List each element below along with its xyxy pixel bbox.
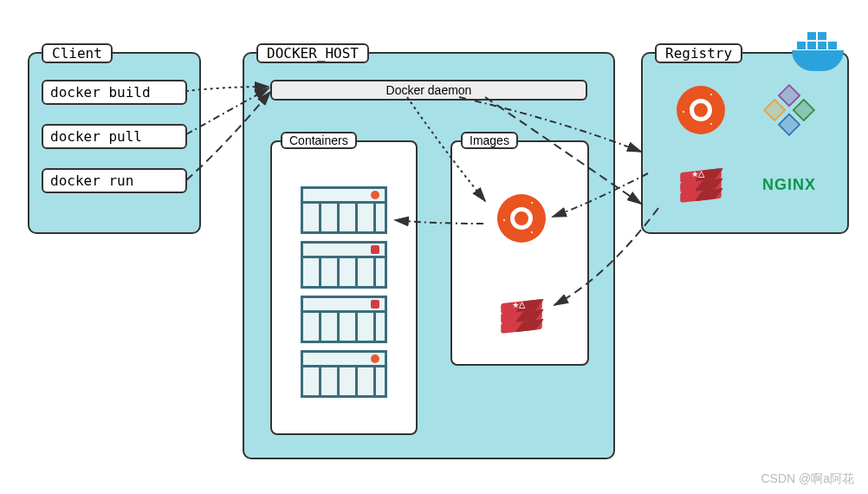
redis-icon: ★△ bbox=[680, 168, 722, 203]
cmd-docker-build: docker build bbox=[42, 80, 187, 105]
images-label: Images bbox=[461, 132, 518, 149]
ubuntu-icon bbox=[497, 194, 546, 243]
redis-icon: ★△ bbox=[501, 299, 542, 334]
cmd-docker-run: docker run bbox=[42, 168, 187, 193]
containers-label: Containers bbox=[281, 132, 357, 149]
docker-host-panel: DOCKER_HOST Docker daemon Containers Ima… bbox=[243, 52, 615, 459]
cmd-docker-pull: docker pull bbox=[42, 124, 187, 149]
container-icon bbox=[301, 350, 387, 398]
centos-icon bbox=[763, 83, 815, 135]
ubuntu-icon bbox=[677, 86, 725, 134]
docker-whale-icon bbox=[785, 28, 852, 76]
client-panel: Client docker build docker pull docker r… bbox=[28, 52, 201, 234]
container-icon bbox=[301, 186, 387, 234]
registry-title: Registry bbox=[655, 43, 742, 63]
client-commands: docker build docker pull docker run bbox=[29, 54, 199, 193]
containers-box: Containers bbox=[270, 140, 418, 435]
images-box: Images ★△ bbox=[450, 140, 589, 366]
nginx-icon: NGINX bbox=[762, 176, 816, 194]
container-icon bbox=[301, 296, 387, 343]
watermark-text: CSDN @啊a阿花 bbox=[761, 471, 854, 487]
docker-daemon-bar: Docker daemon bbox=[270, 80, 587, 101]
registry-panel: Registry ★△ NGINX bbox=[641, 52, 849, 234]
container-icon bbox=[301, 241, 387, 289]
host-title: DOCKER_HOST bbox=[256, 43, 369, 63]
client-title: Client bbox=[42, 43, 113, 63]
